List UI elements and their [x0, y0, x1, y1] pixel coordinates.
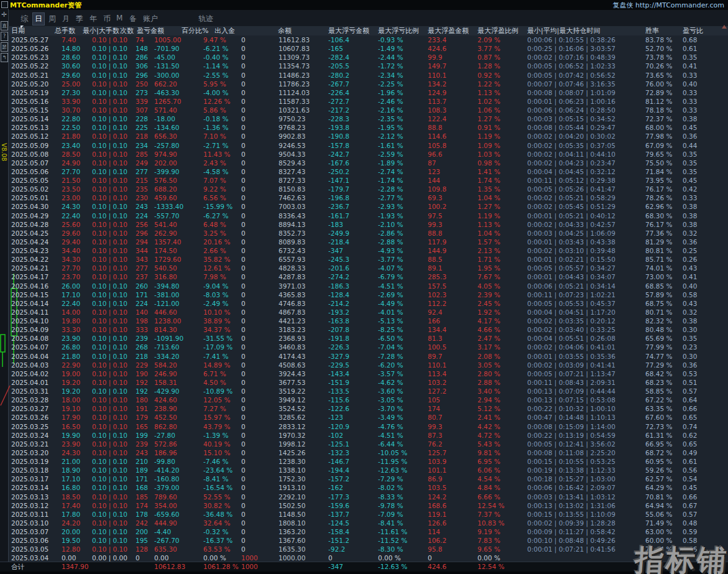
column-header-max-float-profit[interactable]: 最大浮盈金额: [428, 26, 469, 35]
table-row[interactable]: 2025.05.2328.600.10 | 0.10286-45.00-0.40…: [8, 53, 724, 62]
cell-pl-ratio: 0.35: [683, 150, 697, 159]
menu-item-月[interactable]: 月: [60, 13, 71, 25]
column-header-trade-count[interactable]: 次数: [120, 26, 134, 35]
table-row[interactable]: 2025.04.1517.100.10 | 0.10171-381.00-8.0…: [8, 290, 724, 299]
table-row[interactable]: 2025.04.0933.300.10 | 0.10333814.3034.37…: [8, 325, 724, 334]
table-row[interactable]: 2025.05.0223.500.10 | 0.10235688.209.22 …: [8, 185, 724, 193]
table-row[interactable]: 2025.04.0119.200.10 | 0.10192158.314.50 …: [8, 378, 724, 387]
column-header-win-rate[interactable]: 胜率: [645, 26, 659, 35]
table-row[interactable]: 2025.04.0322.900.10 | 0.10229584.2014.89…: [8, 361, 724, 369]
table-row[interactable]: 2025.04.0823.900.10 | 0.10239-1091.90-31…: [8, 334, 724, 343]
help-icon[interactable]: ?: [1, 32, 8, 41]
table-row[interactable]: 2025.05.0627.700.10 | 0.10277-399.90-4.5…: [8, 167, 724, 176]
table-row[interactable]: 2025.03.1921.000.10 | 0.10210-99.80-7.46…: [8, 457, 724, 466]
table-row[interactable]: 2025.05.0724.900.10 | 0.10249202.002.43 …: [8, 159, 724, 167]
menu-item-备[interactable]: 备: [127, 13, 139, 25]
table-row[interactable]: 2025.03.0619.500.10 | 0.10195-267.70-16.…: [8, 536, 724, 545]
table-row[interactable]: 2025.05.0828.500.10 | 0.10285974.9011.43…: [8, 150, 724, 159]
table-row[interactable]: 2025.05.2230.600.10 | 0.10306-131.50-1.1…: [8, 62, 724, 70]
column-header-pnl-percent[interactable]: 百分比%: [182, 26, 208, 35]
column-header-balance[interactable]: 余额: [278, 26, 292, 35]
menu-item-账户[interactable]: 账户: [141, 13, 160, 25]
table-row[interactable]: 2025.04.1626.000.10 | 0.10260-394.80-9.0…: [8, 282, 724, 290]
column-header-max-float-loss[interactable]: 最大浮亏金额: [328, 26, 369, 35]
column-header-max-float-loss-pct[interactable]: 最大浮亏比例: [378, 26, 419, 35]
table-row[interactable]: 2025.03.3119.200.10 | 0.10192-429.90-10.…: [8, 387, 724, 396]
cell-trade-count: 239: [136, 334, 148, 343]
table-row[interactable]: 2025.03.1117.800.10 | 0.10178-659.60-36.…: [8, 510, 724, 519]
cell-cash-flow: 0: [241, 527, 246, 536]
menu-item-日[interactable]: 日: [32, 12, 45, 25]
column-header-pnl-amount[interactable]: 盈亏金额: [137, 26, 164, 35]
table-row[interactable]: 2025.04.1723.700.10 | 0.10237316.807.98 …: [8, 272, 724, 281]
column-header-max-float-profit-pct[interactable]: 最大浮盈比例: [477, 26, 518, 35]
table-row[interactable]: 2025.03.0720.000.10 | 0.10200-4.40-0.32 …: [8, 527, 724, 536]
cell-trade-count: 273: [136, 88, 148, 97]
indicator-panel-icon[interactable]: 瑟: [1, 42, 8, 52]
table-row[interactable]: 2025.03.1717.100.10 | 0.10171-160.80-8.4…: [8, 474, 724, 483]
brand-link[interactable]: 复盘侠 http://MTCommander.com: [612, 1, 724, 10]
table-row[interactable]: 2025.05.277.400.10 | 0.10741005.009.47 %…: [8, 35, 724, 44]
table-row[interactable]: 2025.03.1217.400.10 | 0.10174354.0030.82…: [8, 501, 724, 510]
table-row[interactable]: 2025.05.1422.800.10 | 0.10228-18.00-0.18…: [8, 114, 724, 123]
table-row[interactable]: 2025.05.1322.500.10 | 0.10225-134.60-1.3…: [8, 123, 724, 132]
table-row[interactable]: 2025.04.2334.400.10 | 0.10344174.502.66 …: [8, 246, 724, 255]
back-icon[interactable]: ↰: [1, 53, 8, 62]
table-row[interactable]: 2025.05.1927.300.10 | 0.10273-463.30-4.0…: [8, 88, 724, 97]
table-row[interactable]: 2025.05.2025.000.10 | 0.10250662.205.95 …: [8, 80, 724, 88]
move-tool-icon[interactable]: ✛: [0, 11, 8, 19]
window-icon[interactable]: [1, 1, 8, 8]
table-row[interactable]: 2025.04.2922.400.10 | 0.10224-557.70-6.2…: [8, 211, 724, 220]
table-row[interactable]: 2025.03.2719.100.10 | 0.10191238.907.27 …: [8, 404, 724, 413]
table-row[interactable]: 2025.05.0123.000.10 | 0.10230459.606.56 …: [8, 193, 724, 202]
table-row[interactable]: 2025.03.1818.900.10 | 0.10189-414.20-23.…: [8, 466, 724, 474]
table-row[interactable]: 2025.04.1019.800.10 | 0.101981238.0038.8…: [8, 317, 724, 325]
table-row[interactable]: 2025.04.2234.300.10 | 0.103431729.6035.8…: [8, 255, 724, 264]
chart-panel-icon[interactable]: 直: [1, 21, 8, 30]
table-row[interactable]: 2025.05.0923.400.10 | 0.10234-257.80-2.7…: [8, 141, 724, 150]
column-header-cash-flow[interactable]: 出入金: [214, 26, 235, 35]
table-row[interactable]: 2025.05.1221.800.10 | 0.10218656.307.10 …: [8, 132, 724, 141]
table-row[interactable]: 2025.04.0421.800.10 | 0.10218-334.20-7.4…: [8, 352, 724, 361]
table-row[interactable]: 2025.03.2123.900.10 | 0.10239572.8640.19…: [8, 440, 724, 448]
menu-item-周[interactable]: 周: [47, 13, 58, 25]
table-row[interactable]: 2025.04.3024.300.10 | 0.10243-1333.40-15…: [8, 202, 724, 211]
table-row[interactable]: 2025.03.2516.500.10 | 0.10165862.8043.79…: [8, 422, 724, 431]
table-row[interactable]: 2025.05.2129.600.10 | 0.10296-300.00-2.5…: [8, 71, 724, 80]
table-row[interactable]: 2025.04.1422.400.10 | 0.10224-121.00-2.4…: [8, 299, 724, 308]
cell-total-lots: 21.80: [62, 352, 80, 361]
table-row[interactable]: 2025.05.1530.700.10 | 0.10307571.405.86 …: [8, 106, 724, 114]
menu-item-综[interactable]: 综: [19, 13, 30, 25]
menu-item-M[interactable]: M: [114, 13, 124, 23]
table-row[interactable]: 2025.03.0512.800.10 | 0.10128635.3063.53…: [8, 545, 724, 553]
table-row[interactable]: 2025.04.2429.400.10 | 0.102941357.4020.1…: [8, 238, 724, 246]
scroll-up-arrow[interactable]: [722, 25, 727, 29]
column-header-pl-ratio[interactable]: 盈亏比: [683, 26, 703, 35]
table-row[interactable]: 2025.05.0521.500.10 | 0.10215576.507.07 …: [8, 176, 724, 185]
column-header-min-max-lots[interactable]: 最小|大手数: [83, 26, 119, 35]
cell-min-max-lots: 0.10 | 0.10: [92, 97, 127, 106]
table-row[interactable]: 2025.04.0726.800.10 | 0.10268-713.60-17.…: [8, 343, 724, 351]
menu-item-轨迹[interactable]: 轨迹: [196, 13, 215, 25]
menu-item-季[interactable]: 季: [74, 13, 85, 25]
column-header-date[interactable]: 日期: [11, 26, 25, 35]
table-row[interactable]: 2025.03.2419.900.10 | 0.10199-27.80-1.39…: [8, 431, 724, 440]
table-row[interactable]: 2025.03.1024.200.10 | 0.10242444.9032.64…: [8, 519, 724, 527]
table-row[interactable]: 2025.05.1633.900.10 | 0.103391265.7012.2…: [8, 97, 724, 106]
table-row[interactable]: 2025.04.2825.600.10 | 0.10256541.406.48 …: [8, 220, 724, 229]
table-row[interactable]: 2025.03.2818.000.10 | 0.10180424.6012.05…: [8, 396, 724, 404]
table-row[interactable]: 2025.03.1318.500.10 | 0.10185789.6052.55…: [8, 493, 724, 501]
menu-item-年[interactable]: 年: [88, 13, 99, 25]
table-row[interactable]: 2025.04.2529.600.10 | 0.10296262.903.25 …: [8, 229, 724, 238]
table-row[interactable]: 2025.04.0219.000.10 | 0.10190246.906.71 …: [8, 369, 724, 378]
table-row[interactable]: 2025.04.1114.000.10 | 0.10140446.6010.10…: [8, 308, 724, 317]
table-row[interactable]: 2025.04.2127.700.10 | 0.10277540.5012.61…: [8, 264, 724, 272]
column-header-hold-time[interactable]: 最小|平均|最大持仓时间: [527, 26, 600, 35]
menu-item-币[interactable]: 币: [101, 13, 113, 25]
column-header-total-lots[interactable]: 总手数: [55, 26, 75, 35]
cell-pl-ratio: 0.42: [683, 185, 697, 193]
table-row[interactable]: 2025.03.2024.300.10 | 0.10243186.9615.10…: [8, 448, 724, 457]
table-row[interactable]: 2025.03.1416.800.10 | 0.10168-379.00-16.…: [8, 483, 724, 492]
table-row[interactable]: 2025.05.2614.800.10 | 0.10148-701.90-6.2…: [8, 44, 724, 53]
table-row[interactable]: 2025.03.2617.900.10 | 0.10179452.5015.97…: [8, 413, 724, 422]
